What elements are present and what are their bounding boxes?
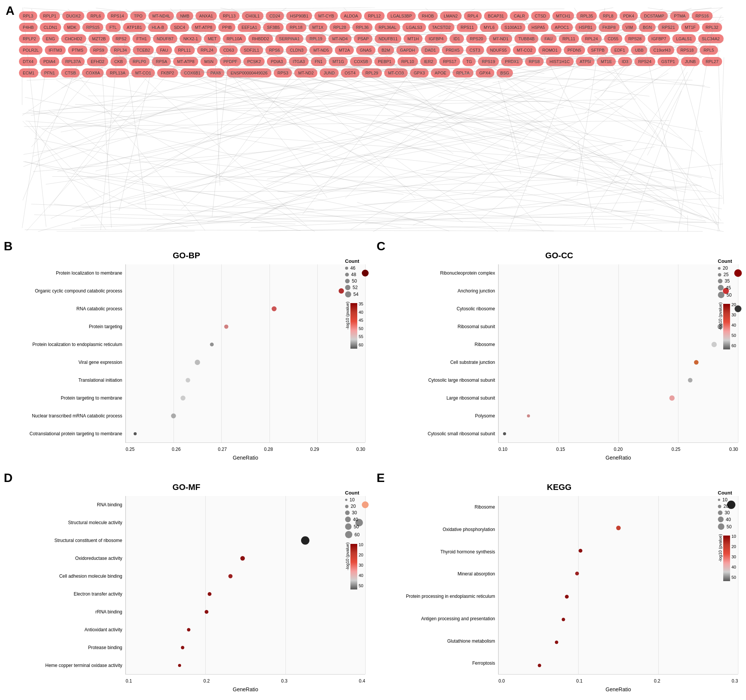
legend-color-label: 55 (359, 334, 363, 339)
grid-line (270, 264, 270, 442)
legend-color-bar (723, 304, 730, 349)
data-dot (134, 432, 137, 435)
x-axis-tick: 0.25 (672, 447, 680, 452)
network-node: EFHD2 (87, 57, 108, 66)
svg-line-151 (481, 88, 719, 225)
network-node: GAPDH (396, 46, 419, 55)
network-node: APOE (431, 68, 450, 77)
grid-line (365, 264, 366, 442)
grid-line (285, 496, 286, 674)
network-node: NDUFB7 (153, 34, 177, 43)
legend-color-row: -log10 (pvalue)1020304050 (345, 542, 363, 589)
svg-line-137 (23, 121, 103, 199)
x-axis-tick: 0.10 (498, 447, 507, 452)
network-node: NMB (176, 11, 193, 21)
network-node: TCEB2 (133, 46, 154, 55)
grid-line (578, 496, 579, 674)
network-node: MT1E (597, 57, 615, 66)
legend-size-label: 50 (727, 292, 732, 298)
grid-line (221, 264, 222, 442)
svg-line-43 (413, 143, 616, 225)
network-node: PPIB (218, 23, 235, 32)
svg-line-11 (280, 122, 575, 169)
y-axis-label: Antioxidant activity (85, 627, 122, 632)
legend-color-label: 50 (732, 333, 736, 338)
network-node: HLA-B (148, 23, 168, 32)
legend-size-label: 60 (355, 532, 360, 537)
x-axis-tick: 0.29 (310, 447, 319, 452)
legend-size-label: 40 (726, 517, 731, 522)
network-node: CHCHD2 (61, 34, 86, 43)
network-node: CLDN3 (286, 46, 307, 55)
y-axis-label: Cell substrate junction (450, 360, 495, 365)
svg-line-95 (49, 65, 156, 208)
data-dot (186, 378, 190, 382)
legend-color-labels: 354045505560 (359, 302, 363, 347)
x-axis-tick: 0.1 (126, 678, 132, 684)
panel-a-label: A (6, 4, 14, 18)
network-node: NDUFB11 (375, 34, 401, 43)
legend-size-item: 35 (718, 278, 736, 284)
legend-color-label: 40 (732, 323, 736, 327)
panel-b-x-title: GeneRatio (126, 455, 365, 461)
panel-d-chart: RNA bindingStructural molecule activityS… (8, 496, 365, 675)
grid-line (126, 496, 126, 674)
y-axis-label: Protease binding (88, 645, 122, 650)
legend-color-label: 20 (732, 302, 736, 307)
y-axis-label: Protein targeting to membrane (61, 395, 122, 401)
network-node: MT-CYB (314, 11, 338, 21)
legend-color-label: 10 (359, 542, 363, 547)
network-node: RPS3 (274, 68, 292, 77)
network-node: ENSP00000449026 (227, 68, 271, 77)
network-node: MT-ND1 (489, 34, 512, 43)
network-node: CD63 (219, 46, 238, 55)
svg-line-92 (254, 202, 288, 218)
network-node: RPL11 (559, 34, 579, 43)
network-node: RPL3 (19, 11, 37, 21)
network-node: RPLP2 (19, 34, 40, 43)
svg-line-90 (501, 107, 681, 214)
network-node: IER2 (420, 57, 437, 66)
svg-line-28 (611, 72, 688, 213)
x-axis-tick: 0.15 (556, 447, 565, 452)
network-node: COX8A (82, 68, 104, 77)
panel-b-y-labels: Protein localization to membraneOrganic … (8, 264, 125, 443)
network-node: PDK4 (620, 11, 638, 21)
data-dot (669, 395, 675, 401)
legend-size-label: 35 (725, 278, 730, 284)
svg-line-135 (76, 89, 553, 211)
legend-size-label: 46 (350, 265, 355, 271)
panel-d-label: D (4, 471, 13, 485)
legend-color-bar (350, 544, 357, 589)
panel-d-x-labels: 0.10.20.30.4 (126, 678, 365, 684)
legend-size-label: 25 (724, 272, 729, 277)
legend-size-item: 20 (718, 504, 736, 509)
svg-line-199 (54, 204, 94, 209)
legend-size-item: 25 (718, 272, 736, 277)
legend-color-title: -log10 (pvalue) (345, 302, 350, 329)
svg-line-80 (259, 222, 706, 231)
panel-d-x-title: GeneRatio (126, 686, 365, 692)
network-node: CTSB (61, 68, 80, 77)
network-node: EEF1A1 (238, 23, 261, 32)
network-node: S100A13 (501, 23, 525, 32)
network-node: SDC4 (170, 23, 189, 32)
legend-size-label: 10 (722, 497, 727, 502)
legend-color-label: 30 (732, 313, 736, 317)
panels-de-row: D GO-MF RNA bindingStructural molecule a… (0, 467, 746, 699)
network-node: RPL19 (306, 34, 326, 43)
network-node: MT-CO1 (131, 68, 155, 77)
network-node: RPS24 (634, 57, 655, 66)
y-axis-label: Protein localization to endoplasmic reti… (32, 342, 122, 347)
svg-line-185 (511, 179, 625, 219)
svg-line-10 (388, 118, 713, 179)
data-dot (210, 343, 214, 346)
network-node: PEBP1 (374, 57, 395, 66)
network-node: IGFBP4 (425, 34, 447, 43)
svg-line-57 (49, 110, 166, 198)
network-node: FTL (106, 23, 121, 32)
x-axis-tick: 0.2 (203, 678, 210, 684)
x-axis-tick: 0.20 (614, 447, 623, 452)
network-node: PRDX1 (501, 57, 523, 66)
data-dot (555, 641, 558, 644)
